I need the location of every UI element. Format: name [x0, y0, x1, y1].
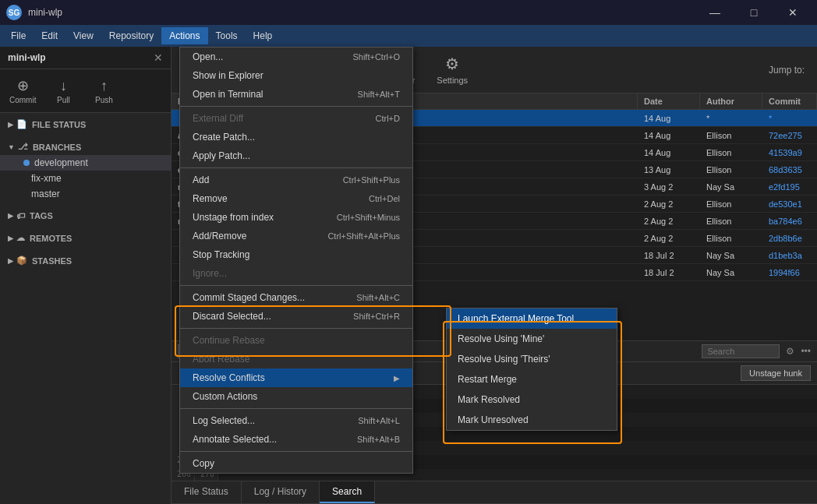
menu-item-stop-tracking[interactable]: Stop Tracking [180, 245, 412, 264]
menu-item-open-terminal-label: Open in Terminal [193, 89, 263, 100]
menu-tools[interactable]: Tools [208, 27, 246, 44]
sidebar-toolbar: ⊕ Commit ↓ Pull ↑ Push [0, 69, 171, 113]
tab-search[interactable]: Search [320, 481, 375, 503]
log-cell-author: Ellison [700, 232, 762, 245]
file-status-header[interactable]: ▶ 📄 FILE STATUS [0, 116, 171, 132]
submenu-item-launch-merge-label: Launch External Merge Tool [458, 313, 574, 324]
menu-actions[interactable]: Actions [161, 27, 207, 44]
log-cell-date: 2 Aug 2 [638, 232, 700, 245]
menu-item-discard[interactable]: Discard Selected... Shift+Ctrl+R [180, 307, 412, 326]
diff-more-icon[interactable]: ••• [801, 346, 811, 357]
log-cell-date: 18 Jul 2 [638, 266, 700, 279]
commit-label: Commit [9, 96, 36, 104]
diff-search-input[interactable] [702, 344, 780, 358]
tags-icon: 🏷 [16, 211, 25, 220]
branch-master[interactable]: master [0, 186, 171, 202]
menu-repository[interactable]: Repository [101, 27, 161, 44]
settings-button[interactable]: ⚙ Settings [426, 51, 479, 88]
log-cell-date: 18 Jul 2 [638, 249, 700, 262]
remotes-header[interactable]: ▶ ☁ REMOTES [0, 230, 171, 246]
menu-separator [180, 167, 412, 168]
submenu-item-resolve-mine[interactable]: Resolve Using 'Mine' [447, 329, 617, 349]
menu-item-ignore: Ignore... [180, 264, 412, 283]
menu-item-unstage[interactable]: Unstage from index Ctrl+Shift+Minus [180, 208, 412, 227]
actions-menu: Open... Shift+Ctrl+O Show in Explorer Op… [179, 47, 413, 474]
push-label: Push [95, 96, 113, 104]
menu-item-stop-tracking-label: Stop Tracking [193, 249, 249, 260]
tags-label: TAGS [30, 211, 53, 220]
menu-item-discard-label: Discard Selected... [193, 311, 271, 322]
menu-item-log-selected-shortcut: Shift+Alt+L [358, 416, 400, 425]
settings-icon: ⚙ [445, 55, 459, 73]
unstage-hunk-btn[interactable]: Unstage hunk [741, 365, 811, 381]
menu-item-apply-patch[interactable]: Apply Patch... [180, 146, 412, 165]
minimize-button[interactable]: — [697, 0, 733, 25]
menu-separator [180, 328, 412, 329]
resolve-submenu: Launch External Merge Tool Resolve Using… [446, 308, 617, 431]
submenu-item-restart-merge[interactable]: Restart Merge [447, 369, 617, 389]
log-cell-commit: d1beb3a [762, 249, 817, 262]
commit-button[interactable]: ⊕ Commit [3, 74, 42, 107]
menu-item-log-selected[interactable]: Log Selected... Shift+Alt+L [180, 411, 412, 430]
file-status-arrow: ▶ [8, 121, 13, 129]
menu-edit[interactable]: Edit [34, 27, 65, 44]
log-cell-commit: 1994f66 [762, 266, 817, 279]
menu-item-add-remove-label: Add/Remove [193, 231, 246, 241]
submenu-item-mark-unresolved-label: Mark Unresolved [458, 414, 529, 425]
commit-icon: ⊕ [17, 77, 29, 94]
menu-item-open-label: Open... [193, 51, 223, 62]
menu-item-resolve-conflicts[interactable]: Resolve Conflicts ▶ [180, 368, 412, 387]
tags-header[interactable]: ▶ 🏷 TAGS [0, 208, 171, 224]
menu-item-custom-actions[interactable]: Custom Actions [180, 387, 412, 406]
submenu-item-restart-merge-label: Restart Merge [458, 374, 517, 385]
log-cell-date: 14 Aug [638, 112, 700, 125]
branches-header[interactable]: ▼ ⎇ BRANCHES [0, 139, 171, 155]
close-button[interactable]: ✕ [775, 0, 811, 25]
menu-item-add[interactable]: Add Ctrl+Shift+Plus [180, 171, 412, 189]
menu-view[interactable]: View [65, 27, 101, 44]
menu-item-show-explorer[interactable]: Show in Explorer [180, 66, 412, 85]
push-button[interactable]: ↑ Push [84, 75, 123, 107]
stashes-header[interactable]: ▶ 📦 STASHES [0, 252, 171, 269]
log-cell-date: 14 Aug [638, 146, 700, 159]
branch-development[interactable]: development [0, 155, 171, 171]
pull-button[interactable]: ↓ Pull [44, 75, 83, 107]
active-branch-dot [23, 160, 30, 166]
menu-item-unstage-label: Unstage from index [193, 212, 274, 223]
log-cell-date: 2 Aug 2 [638, 198, 700, 210]
branch-fix-xme[interactable]: fix-xme [0, 171, 171, 186]
submenu-item-mark-resolved[interactable]: Mark Resolved [447, 389, 617, 410]
menu-item-commit-staged-label: Commit Staged Changes... [193, 292, 305, 303]
unstage-hunk-button[interactable]: Unstage hunk [741, 365, 811, 381]
menu-item-commit-staged[interactable]: Commit Staged Changes... Shift+Alt+C [180, 288, 412, 307]
pull-icon: ↓ [60, 78, 67, 94]
log-cell-author: Nay Sa [700, 249, 762, 262]
menu-item-continue-rebase: Continue Rebase [180, 331, 412, 350]
menu-item-open[interactable]: Open... Shift+Ctrl+O [180, 48, 412, 66]
tab-file-status[interactable]: File Status [172, 481, 242, 503]
menu-help[interactable]: Help [246, 27, 281, 44]
diff-gear-icon[interactable]: ⚙ [786, 346, 794, 357]
menu-item-remove-label: Remove [193, 193, 228, 204]
log-cell-date: 2 Aug 2 [638, 215, 700, 227]
menu-item-create-patch[interactable]: Create Patch... [180, 128, 412, 146]
menu-file[interactable]: File [3, 27, 34, 44]
log-cell-author: Ellison [700, 164, 762, 176]
log-cell-author: Nay Sa [700, 266, 762, 279]
menu-item-remove[interactable]: Remove Ctrl+Del [180, 189, 412, 208]
menu-item-copy[interactable]: Copy [180, 454, 412, 473]
log-cell-commit: 68d3635 [762, 164, 817, 176]
stashes-arrow: ▶ [8, 257, 13, 265]
menu-item-abort-rebase-label: Abort Rebase [193, 354, 249, 365]
submenu-item-mark-unresolved[interactable]: Mark Unresolved [447, 410, 617, 430]
menu-item-external-diff: External Diff Ctrl+D [180, 109, 412, 128]
submenu-item-resolve-theirs[interactable]: Resolve Using 'Theirs' [447, 349, 617, 369]
menu-item-annotate[interactable]: Annotate Selected... Shift+Alt+B [180, 430, 412, 449]
menu-item-add-remove[interactable]: Add/Remove Ctrl+Shift+Alt+Plus [180, 227, 412, 245]
submenu-item-launch-merge[interactable]: Launch External Merge Tool [447, 308, 617, 329]
tab-log-history[interactable]: Log / History [242, 481, 320, 503]
maximize-button[interactable]: □ [736, 0, 772, 25]
menu-item-open-terminal[interactable]: Open in Terminal Shift+Alt+T [180, 85, 412, 104]
repo-close-button[interactable]: ✕ [154, 51, 163, 64]
log-cell-date: 13 Aug [638, 164, 700, 176]
